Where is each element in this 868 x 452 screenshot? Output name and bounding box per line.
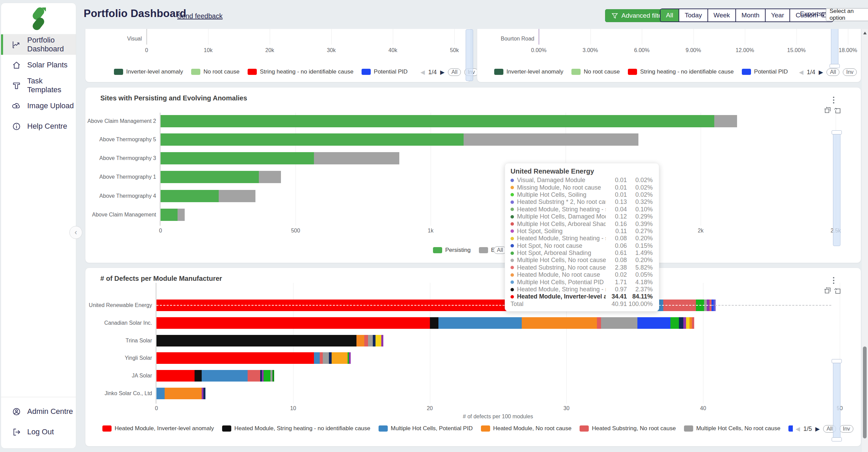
sidebar-item-portfolio-dashboard[interactable]: Portfolio Dashboard [1, 34, 76, 55]
tooltip-row-value: 0.08 [606, 235, 627, 242]
legend-item-string-heating-no-identifiable-cause[interactable]: String heating - no identifiable cause [628, 68, 734, 75]
legend-inv-button[interactable]: Inv [843, 68, 857, 76]
category-label: Above Thermography 1 [85, 174, 156, 180]
sidebar-item-log-out[interactable]: Log Out [1, 422, 76, 442]
zoom-select-icon[interactable] [824, 287, 832, 294]
zoom-select-icon[interactable] [824, 107, 832, 114]
zoom-reset-icon[interactable] [834, 107, 841, 114]
legend-item-inverter-level-anomaly[interactable]: Inverter-level anomaly [114, 68, 183, 75]
datazoom-slider[interactable] [833, 360, 840, 440]
time-filter-all[interactable]: All [661, 9, 679, 21]
stacked-bar-row[interactable] [161, 209, 185, 221]
stacked-bar-row[interactable] [156, 335, 383, 346]
stacked-bar-row[interactable] [156, 317, 694, 329]
legend-next-arrow[interactable]: ▶ [815, 425, 820, 433]
page-title: Portfolio Dashboard [84, 7, 186, 20]
stacked-bar-row[interactable] [161, 152, 399, 164]
legend-item-persisting[interactable]: Persisting [433, 247, 471, 254]
sidebar-item-help-centre[interactable]: Help Centre [1, 116, 76, 136]
stacked-bar-row[interactable] [161, 190, 255, 202]
bar-segment [156, 352, 314, 364]
legend-next-arrow[interactable]: ▶ [819, 69, 823, 76]
tooltip-row-percent: 0.29% [627, 213, 653, 220]
cloud-upload-icon [12, 101, 21, 111]
legend-item-multiple-hot-cells-no-root-cause[interactable]: Multiple Hot Cells, No root cause [684, 425, 781, 432]
legend-prev-arrow[interactable]: ◀ [420, 69, 425, 76]
time-filter-label: Week [714, 12, 730, 19]
sidebar-item-image-upload[interactable]: Image Upload [1, 96, 76, 116]
tooltip-row-label: Heated Module, String heating - second..… [517, 206, 606, 213]
sidebar-item-label: Help Centre [27, 122, 67, 131]
time-filter-today[interactable]: Today [679, 9, 708, 21]
tooltip-row-percent: 0.32% [627, 198, 653, 206]
sidebar-item-solar-plants[interactable]: Solar Plants [1, 55, 76, 75]
legend-inv-button[interactable]: Inv [839, 425, 853, 433]
tooltip-row-percent: 4.18% [627, 279, 653, 286]
stacked-bar-row[interactable] [161, 133, 638, 146]
zoom-reset-icon[interactable] [834, 287, 841, 294]
time-filter-year[interactable]: Year [766, 9, 790, 21]
gridline [431, 113, 431, 226]
datazoom-slider[interactable] [833, 132, 840, 246]
category-label: Canadian Solar Inc. [85, 320, 152, 326]
legend-all-button[interactable]: All [827, 68, 839, 76]
legend-item-no-root-cause[interactable]: No root cause [571, 68, 620, 75]
scroll-up-arrow[interactable] [863, 32, 867, 34]
x-axis-tick: 9.00% [686, 47, 701, 53]
stacked-bar-row[interactable] [156, 352, 351, 364]
stacked-bar-row[interactable] [156, 388, 205, 399]
tooltip-row-percent: 0.15% [627, 242, 653, 249]
sidebar-nav: Portfolio DashboardSolar PlantsTask Temp… [1, 34, 76, 136]
tooltip-row-label: Heated Substring, No root cause [517, 264, 606, 271]
legend-item-heated-substring-no-root-cause[interactable]: Heated Substring, No root cause [580, 425, 676, 432]
legend-item-heated-module-string-heating-secondary-t[interactable]: Heated Module, String heating - secondar… [788, 425, 793, 432]
bar-segment [202, 370, 248, 382]
category-label: United Renewable Energy [85, 302, 152, 308]
sidebar-item-task-templates[interactable]: Task Templates [1, 75, 76, 96]
legend-prev-arrow[interactable]: ◀ [799, 69, 803, 76]
legend-swatch [102, 425, 112, 432]
datazoom-handle[interactable] [832, 359, 842, 363]
datazoom-handle[interactable] [830, 64, 840, 68]
legend-swatch [362, 69, 371, 75]
legend-label: Inverter-level anomaly [506, 68, 563, 75]
legend-next-arrow[interactable]: ▶ [440, 69, 445, 76]
legend-item-no-root-cause[interactable]: No root cause [191, 68, 239, 75]
legend-item-potential-pid[interactable]: Potential PID [362, 68, 407, 75]
legend-item-heated-module-no-root-cause[interactable]: Heated Module, No root cause [481, 425, 572, 432]
legend-item-heated-module-inverter-level-anomaly[interactable]: Heated Module, Inverter-level anomaly [102, 425, 214, 432]
legend-prev-arrow[interactable]: ◀ [796, 425, 800, 433]
sidebar-item-admin-centre[interactable]: Admin Centre [1, 401, 76, 422]
legend-item-inverter-level-anomaly[interactable]: Inverter-level anomaly [494, 68, 563, 75]
stacked-bar-row[interactable] [161, 115, 737, 127]
page-scrollbar[interactable] [862, 29, 868, 452]
legend-item-potential-pid[interactable]: Potential PID [742, 68, 788, 75]
datazoom-handle[interactable] [832, 437, 842, 441]
chart-title: Sites with Persisting and Evolving Anoma… [100, 94, 247, 102]
legend-label: Heated Module, No root cause [493, 425, 572, 432]
datazoom-slider[interactable] [466, 29, 473, 81]
sidebar-collapse-button[interactable]: ‹ [69, 226, 82, 239]
legend-item-multiple-hot-cells-potential-pid[interactable]: Multiple Hot Cells, Potential PID [379, 425, 473, 432]
scrollbar-thumb[interactable] [863, 346, 867, 438]
send-feedback-link[interactable]: Send feedback [177, 12, 222, 20]
legend-item-heated-module-string-heating-no-identifi[interactable]: Heated Module, String heating - no ident… [222, 425, 370, 432]
stacked-bar-row[interactable] [156, 370, 274, 382]
legend-all-button[interactable]: All [448, 68, 461, 76]
exports-label: Exports: [800, 10, 824, 18]
stacked-bar-row[interactable] [161, 171, 281, 183]
tooltip-row-value: 0.13 [606, 198, 627, 206]
chart-menu-kebab-icon[interactable] [830, 276, 838, 285]
bar-segment [637, 317, 670, 329]
time-filter-month[interactable]: Month [736, 9, 766, 21]
app-logo[interactable] [1, 3, 76, 34]
tooltip-row: Heated Substring, No root cause2.385.82% [511, 264, 653, 271]
bar-segment [356, 335, 364, 346]
chart-menu-kebab-icon[interactable] [830, 96, 838, 104]
time-filter-week[interactable]: Week [708, 9, 736, 21]
legend-item-string-heating-no-identifiable-cause[interactable]: String heating - no identifiable cause [248, 68, 353, 75]
datazoom-handle[interactable] [832, 130, 842, 134]
exports-select[interactable]: Select an option ▾ [826, 8, 868, 21]
tooltip-row-percent: 0.20% [627, 257, 653, 264]
tooltip-row-value: 0.12 [606, 213, 627, 220]
